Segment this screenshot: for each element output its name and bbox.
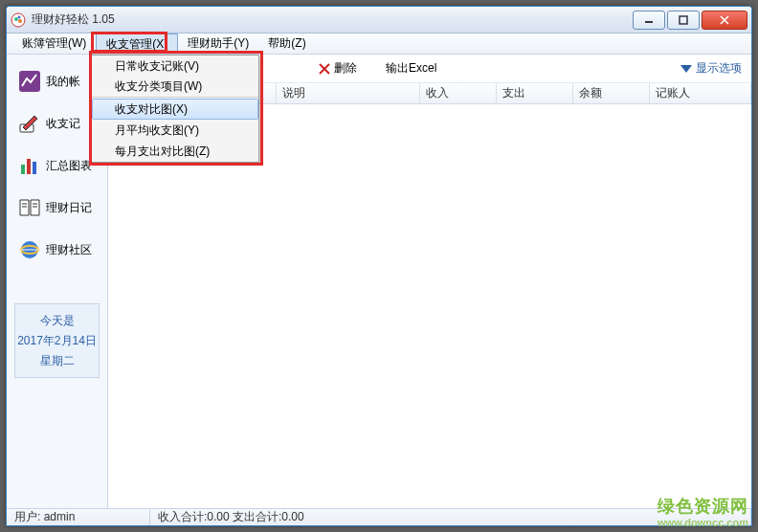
ie-icon [17, 237, 42, 262]
dd-daily-record[interactable]: 日常收支记账(V) [92, 55, 258, 77]
svg-rect-11 [27, 159, 31, 174]
svg-point-3 [18, 15, 21, 18]
svg-rect-12 [33, 162, 36, 174]
menu-label: 帮助(Z) [268, 35, 305, 52]
sidebar-item-label: 汇总图表 [46, 158, 92, 174]
sidebar-item-community[interactable]: 理财社区 [12, 231, 101, 269]
menu-finance-assistant[interactable]: 理财助手(Y) [178, 33, 258, 54]
svg-rect-10 [21, 165, 25, 174]
sidebar-item-label: 理财社区 [46, 242, 92, 258]
delete-button[interactable]: 删除 [319, 60, 357, 77]
sidebar-item-label: 我的帐 [46, 74, 80, 90]
sidebar-item-summary-chart[interactable]: 汇总图表 [12, 146, 101, 185]
dd-label: 收支分类项目(W) [115, 78, 202, 95]
svg-line-6 [721, 16, 728, 24]
sidebar-item-label: 理财日记 [46, 200, 92, 216]
table-body [108, 104, 751, 508]
menu-account-mgmt[interactable]: 账簿管理(W) [12, 33, 96, 54]
sidebar-item-income-expense[interactable]: 收支记 [12, 104, 101, 143]
export-label: 输出Excel [386, 60, 436, 77]
menu-label: 账簿管理(W) [22, 35, 86, 52]
dd-label: 收支对比图(X) [115, 101, 188, 118]
chevron-down-icon [680, 63, 692, 75]
dd-label: 每月支出对比图(Z) [115, 144, 210, 160]
show-options-label: 显示选项 [696, 60, 742, 77]
pen-icon [17, 111, 42, 136]
export-excel-button[interactable]: 输出Excel [386, 60, 436, 77]
show-options-button[interactable]: 显示选项 [680, 60, 742, 77]
app-icon [11, 12, 26, 28]
delete-icon [319, 63, 330, 75]
col-desc[interactable]: 说明 [277, 83, 420, 103]
date-weekday: 星期二 [40, 353, 75, 369]
svg-point-2 [18, 19, 22, 23]
dd-monthly-expense-compare[interactable]: 每月支出对比图(Z) [92, 141, 258, 162]
menu-label: 收支管理(X) [106, 36, 167, 53]
col-balance[interactable]: 余额 [573, 83, 650, 103]
status-user: 用户: admin [7, 509, 150, 525]
sidebar-item-label: 收支记 [46, 116, 80, 132]
svg-line-7 [721, 16, 728, 24]
dd-label: 月平均收支图(Y) [115, 122, 199, 139]
dd-monthly-avg-chart[interactable]: 月平均收支图(Y) [92, 120, 258, 141]
delete-label: 删除 [334, 60, 357, 77]
status-totals: 收入合计:0.00 支出合计:0.00 [150, 509, 751, 525]
menu-bar: 账簿管理(W) 收支管理(X) 理财助手(Y) 帮助(Z) [7, 33, 751, 55]
close-button[interactable] [702, 11, 747, 30]
svg-rect-5 [680, 16, 687, 24]
menu-help[interactable]: 帮助(Z) [258, 33, 315, 54]
dd-income-expense-chart[interactable]: 收支对比图(X) [92, 99, 258, 120]
income-expense-dropdown: 日常收支记账(V) 收支分类项目(W) 收支对比图(X) 月平均收支图(Y) 每… [91, 55, 259, 163]
menu-label: 理财助手(Y) [188, 35, 249, 52]
dd-label: 日常收支记账(V) [115, 58, 199, 75]
col-recorder[interactable]: 记账人 [650, 83, 751, 103]
col-expense[interactable]: 支出 [497, 83, 573, 103]
col-income[interactable]: 收入 [420, 83, 497, 103]
dd-category-items[interactable]: 收支分类项目(W) [92, 77, 258, 98]
today-date-box: 今天是 2017年2月14日 星期二 [14, 303, 100, 378]
status-bar: 用户: admin 收入合计:0.00 支出合计:0.00 [7, 508, 751, 525]
bars-icon [17, 153, 42, 178]
window-title: 理财好轻松 1.05 [32, 11, 631, 28]
svg-marker-21 [680, 65, 692, 73]
date-value: 2017年2月14日 [17, 333, 97, 349]
menu-income-expense-mgmt[interactable]: 收支管理(X) [96, 33, 178, 54]
minimize-button[interactable] [633, 11, 665, 30]
chart-icon [17, 69, 42, 94]
book-icon [17, 195, 42, 220]
sidebar-item-diary[interactable]: 理财日记 [12, 188, 101, 227]
svg-point-1 [14, 17, 18, 21]
sidebar-item-my-accounts[interactable]: 我的帐 [12, 62, 101, 100]
maximize-button[interactable] [667, 11, 700, 30]
title-bar: 理财好轻松 1.05 [7, 7, 751, 33]
date-label-today: 今天是 [40, 313, 75, 329]
